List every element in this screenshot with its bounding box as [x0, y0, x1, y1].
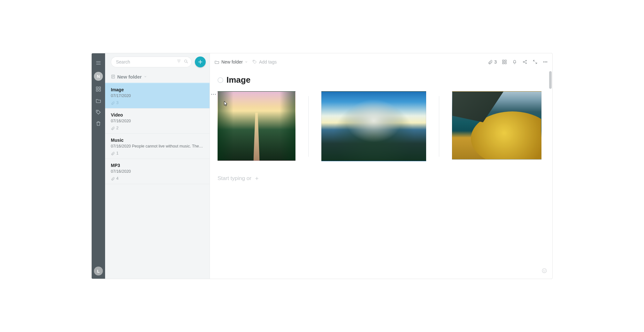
list-top-bar: [105, 53, 210, 71]
image-slot: [218, 91, 295, 161]
image-thumbnail[interactable]: [218, 91, 295, 161]
note-item-title: Image: [111, 87, 204, 92]
breadcrumb-label: New folder: [221, 59, 243, 64]
avatar-top[interactable]: N: [94, 72, 103, 81]
svg-point-4: [97, 111, 98, 111]
svg-point-12: [523, 61, 524, 62]
more-icon[interactable]: [543, 59, 548, 64]
note-item[interactable]: Image 07/17/2020 3: [105, 83, 210, 109]
svg-rect-9: [505, 60, 506, 62]
svg-point-13: [526, 60, 527, 61]
note-item-subtitle: 07/16/2020 People cannot live without mu…: [111, 144, 204, 148]
attachments-button[interactable]: 3: [488, 59, 497, 64]
note-list: Image 07/17/2020 3 Video 07/16/2020 2 Mu…: [105, 83, 210, 279]
note-list-column: New folder Image 07/17/2020 3 Video 07/1…: [105, 53, 210, 279]
grid-view-icon[interactable]: [502, 59, 507, 64]
menu-icon[interactable]: [92, 57, 105, 69]
note-content: Start typing or: [210, 86, 552, 184]
nav-rail: N L: [92, 53, 105, 279]
bell-icon[interactable]: [512, 59, 517, 64]
note-item-attachments: 2: [111, 126, 204, 130]
share-icon[interactable]: [522, 59, 527, 64]
image-thumbnail[interactable]: [452, 91, 541, 160]
add-note-button[interactable]: [195, 57, 206, 67]
svg-rect-0: [96, 87, 98, 88]
svg-rect-2: [96, 90, 98, 91]
svg-point-17: [547, 61, 547, 62]
page-title[interactable]: Image: [226, 75, 250, 85]
note-item-subtitle: 07/17/2020: [111, 94, 204, 98]
gallery-divider: [308, 96, 309, 157]
folder-icon[interactable]: [92, 95, 105, 106]
cursor-icon: [224, 101, 228, 108]
typing-prompt[interactable]: Start typing or: [218, 165, 545, 182]
svg-point-18: [542, 268, 547, 273]
search-input[interactable]: [116, 59, 177, 64]
tag-icon[interactable]: [92, 106, 105, 118]
filter-icon[interactable]: [177, 59, 181, 65]
image-options-icon[interactable]: [211, 94, 216, 95]
svg-rect-3: [99, 90, 101, 91]
typing-prompt-label: Start typing or: [218, 175, 251, 182]
svg-point-7: [254, 61, 254, 61]
svg-rect-11: [505, 62, 506, 64]
trash-icon[interactable]: [92, 118, 105, 129]
note-item[interactable]: Music 07/16/2020 People cannot live with…: [105, 134, 210, 159]
app-window: N L: [91, 53, 553, 279]
emoji-icon[interactable]: [541, 268, 547, 275]
svg-rect-1: [99, 87, 101, 88]
note-item-subtitle: 07/16/2020: [111, 169, 204, 174]
svg-point-19: [543, 270, 544, 270]
add-tags-button[interactable]: Add tags: [252, 59, 277, 64]
search-icon[interactable]: [184, 59, 188, 65]
image-slot: [452, 91, 541, 160]
page-title-row: Image: [210, 71, 552, 86]
svg-point-14: [526, 63, 527, 64]
scrollbar[interactable]: [549, 71, 552, 277]
toolbar-icons: 3: [488, 59, 548, 64]
svg-point-5: [185, 60, 187, 62]
breadcrumb[interactable]: New folder: [214, 59, 248, 64]
svg-rect-10: [502, 62, 504, 64]
note-item-subtitle: 07/16/2020: [111, 119, 204, 123]
avatar-bottom[interactable]: L: [94, 267, 103, 275]
image-gallery: [218, 89, 545, 165]
main-toolbar: New folder Add tags 3: [210, 53, 552, 71]
attachments-count: 3: [494, 59, 497, 64]
svg-point-16: [545, 61, 546, 62]
note-item-title: Music: [111, 138, 204, 143]
search-box[interactable]: [111, 57, 192, 67]
dashboard-icon[interactable]: [92, 83, 105, 95]
gallery-divider: [439, 96, 439, 157]
main-pane: New folder Add tags 3: [210, 53, 552, 279]
add-tags-label: Add tags: [259, 59, 277, 64]
expand-icon[interactable]: [533, 59, 538, 64]
note-item[interactable]: Video 07/16/2020 2: [105, 109, 210, 134]
image-slot: [321, 91, 426, 161]
scrollbar-thumb[interactable]: [549, 71, 552, 89]
svg-point-20: [545, 270, 545, 270]
plus-icon[interactable]: [254, 176, 260, 181]
svg-point-15: [543, 61, 544, 62]
note-item-title: MP3: [111, 163, 204, 168]
note-item-attachments: 3: [111, 101, 204, 105]
note-item-title: Video: [111, 112, 204, 117]
folder-selector-label: New folder: [117, 74, 142, 79]
folder-selector[interactable]: New folder: [105, 71, 210, 83]
image-thumbnail[interactable]: [321, 91, 426, 161]
note-item-attachments: 4: [111, 176, 204, 181]
note-item[interactable]: MP3 07/16/2020 4: [105, 159, 210, 184]
complete-checkbox[interactable]: [218, 77, 223, 83]
note-item-attachments: 1: [111, 151, 204, 155]
svg-rect-8: [502, 60, 504, 62]
